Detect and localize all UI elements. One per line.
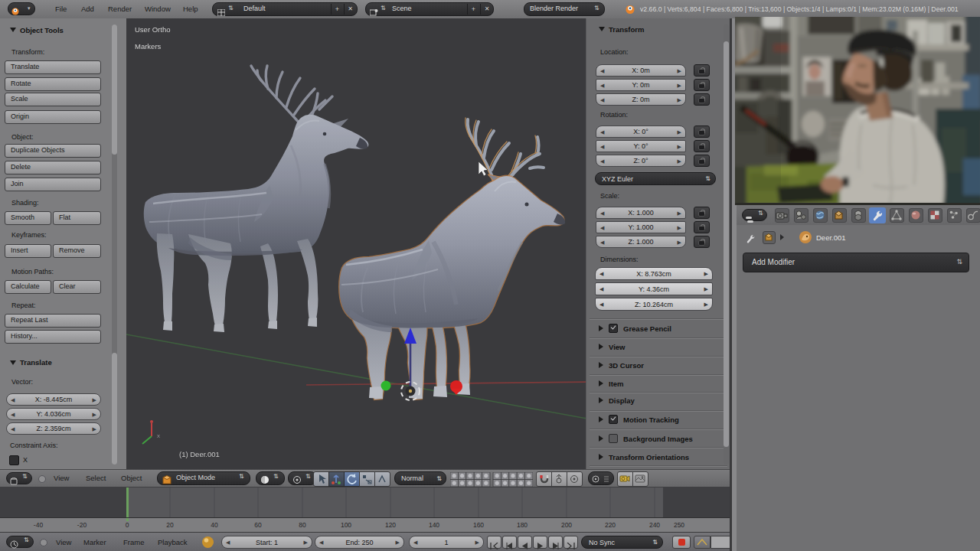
svg-text:20: 20 — [166, 521, 174, 529]
svg-text:120: 120 — [385, 521, 396, 529]
svg-text:180: 180 — [517, 521, 528, 529]
svg-text:100: 100 — [341, 521, 351, 529]
svg-text:Markers: Markers — [135, 42, 162, 51]
svg-text:(1) Deer.001: (1) Deer.001 — [179, 450, 220, 458]
svg-text:40: 40 — [211, 521, 218, 529]
svg-text:160: 160 — [473, 521, 484, 529]
svg-text:250: 250 — [674, 521, 684, 529]
svg-text:60: 60 — [254, 521, 262, 529]
svg-text:User Ortho: User Ortho — [135, 25, 170, 34]
svg-text:240: 240 — [649, 521, 660, 529]
svg-text:80: 80 — [299, 521, 306, 529]
svg-text:220: 220 — [605, 521, 616, 529]
svg-text:140: 140 — [429, 521, 439, 529]
svg-text:-40: -40 — [34, 521, 44, 529]
svg-text:0: 0 — [126, 521, 129, 529]
svg-text:200: 200 — [561, 521, 572, 529]
svg-text:-20: -20 — [77, 521, 87, 529]
svg-text:x: x — [157, 432, 160, 439]
